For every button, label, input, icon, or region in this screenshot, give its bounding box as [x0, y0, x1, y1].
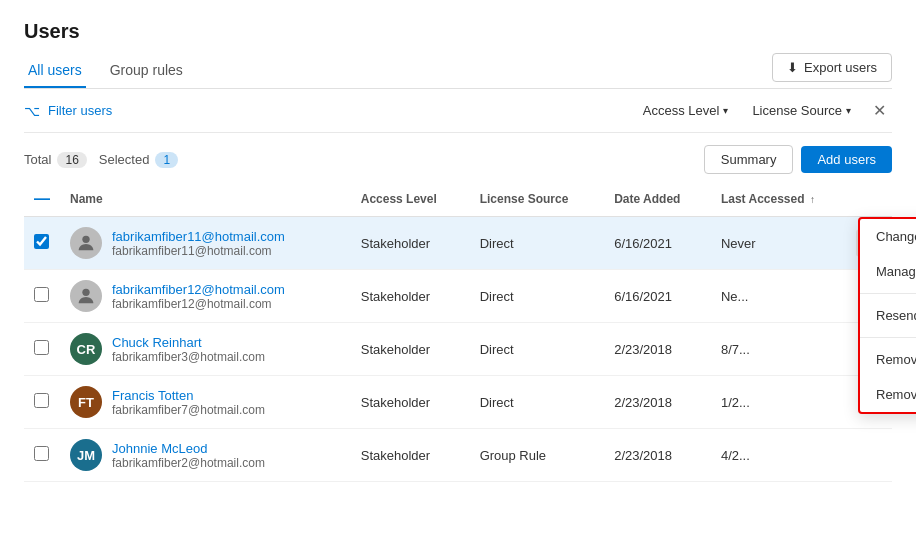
context-menu-item-manage-user[interactable]: Manage user [860, 254, 916, 289]
name-cell: FT Francis Totten fabrikamfiber7@hotmail… [70, 386, 341, 418]
row-checkbox[interactable] [24, 323, 60, 376]
user-email: fabrikamfiber11@hotmail.com [112, 244, 285, 258]
avatar [70, 227, 102, 259]
user-name-cell: fabrikamfiber11@hotmail.com fabrikamfibe… [60, 217, 351, 270]
date-added-cell: 2/23/2018 [604, 323, 711, 376]
svg-point-1 [82, 289, 89, 296]
user-display-name: Francis Totten [112, 388, 265, 403]
checkbox-input[interactable] [34, 393, 49, 408]
add-users-button[interactable]: Add users [801, 146, 892, 173]
minus-icon: — [34, 190, 50, 207]
license-source-cell: Direct [470, 376, 605, 429]
date-added-cell: 6/16/2021 [604, 217, 711, 270]
checkbox-input[interactable] [34, 340, 49, 355]
user-info: Francis Totten fabrikamfiber7@hotmail.co… [112, 388, 265, 417]
user-info: Johnnie McLeod fabrikamfiber2@hotmail.co… [112, 441, 265, 470]
export-users-button[interactable]: ⬇ Export users [772, 53, 892, 82]
last-accessed-cell: 1/2... [711, 376, 852, 429]
tab-all-users[interactable]: All users [24, 54, 86, 88]
context-menu: Change access levelManage userResend inv… [858, 217, 916, 414]
user-name-cell: FT Francis Totten fabrikamfiber7@hotmail… [60, 376, 351, 429]
access-level-dropdown[interactable]: Access Level ▾ [635, 99, 737, 122]
col-date-added: Date Added [604, 182, 711, 217]
context-menu-divider [860, 337, 916, 338]
access-level-cell: Stakeholder [351, 376, 470, 429]
col-last-accessed[interactable]: Last Accessed ↑ [711, 182, 852, 217]
user-name-cell: JM Johnnie McLeod fabrikamfiber2@hotmail… [60, 429, 351, 482]
license-source-dropdown[interactable]: License Source ▾ [744, 99, 859, 122]
user-info: fabrikamfiber12@hotmail.com fabrikamfibe… [112, 282, 285, 311]
toolbar-left: Total 16 Selected 1 [24, 152, 178, 168]
context-menu-item-remove-org[interactable]: Remove from organization [860, 377, 916, 412]
name-cell: fabrikamfiber12@hotmail.com fabrikamfibe… [70, 280, 341, 312]
last-accessed-cell: 8/7... [711, 323, 852, 376]
date-added-cell: 2/23/2018 [604, 429, 711, 482]
col-name: Name [60, 182, 351, 217]
filter-icon: ⌥ [24, 103, 40, 119]
users-table: — Name Access Level License Source Date … [24, 182, 892, 482]
row-checkbox[interactable] [24, 217, 60, 270]
date-added-cell: 6/16/2021 [604, 270, 711, 323]
toolbar-right: Summary Add users [704, 145, 892, 174]
row-actions-cell [852, 429, 892, 482]
access-level-cell: Stakeholder [351, 323, 470, 376]
table-row: fabrikamfiber11@hotmail.com fabrikamfibe… [24, 217, 892, 270]
chevron-down-icon: ▾ [723, 105, 728, 116]
last-accessed-cell: Never [711, 217, 852, 270]
user-display-name: Johnnie McLeod [112, 441, 265, 456]
sort-asc-icon: ↑ [810, 194, 815, 205]
table-row: JM Johnnie McLeod fabrikamfiber2@hotmail… [24, 429, 892, 482]
avatar [70, 280, 102, 312]
context-menu-item-remove-direct[interactable]: Remove direct assignments [860, 342, 916, 377]
tab-group-rules[interactable]: Group rules [106, 54, 187, 88]
row-checkbox[interactable] [24, 376, 60, 429]
tabs-bar: All users Group rules ⬇ Export users [24, 53, 892, 89]
filter-bar: ⌥ Filter users Access Level ▾ License So… [24, 89, 892, 133]
user-info: Chuck Reinhart fabrikamfiber3@hotmail.co… [112, 335, 265, 364]
table-row: fabrikamfiber12@hotmail.com fabrikamfibe… [24, 270, 892, 323]
name-cell: fabrikamfiber11@hotmail.com fabrikamfibe… [70, 227, 341, 259]
col-access-level: Access Level [351, 182, 470, 217]
checkbox-input[interactable] [34, 234, 49, 249]
user-email: fabrikamfiber7@hotmail.com [112, 403, 265, 417]
summary-button[interactable]: Summary [704, 145, 794, 174]
license-source-cell: Direct [470, 323, 605, 376]
toolbar: Total 16 Selected 1 Summary Add users [24, 133, 892, 182]
user-display-name: fabrikamfiber11@hotmail.com [112, 229, 285, 244]
user-email: fabrikamfiber3@hotmail.com [112, 350, 265, 364]
chevron-down-icon: ▾ [846, 105, 851, 116]
name-cell: JM Johnnie McLeod fabrikamfiber2@hotmail… [70, 439, 341, 471]
total-count: Total 16 [24, 152, 87, 168]
access-level-cell: Stakeholder [351, 429, 470, 482]
selected-count: Selected 1 [99, 152, 178, 168]
filter-close-button[interactable]: ✕ [867, 99, 892, 122]
avatar: FT [70, 386, 102, 418]
context-menu-divider [860, 293, 916, 294]
row-checkbox[interactable] [24, 429, 60, 482]
user-email: fabrikamfiber12@hotmail.com [112, 297, 285, 311]
context-menu-item-resend-invite[interactable]: Resend invite [860, 298, 916, 333]
checkbox-input[interactable] [34, 446, 49, 461]
user-name-cell: CR Chuck Reinhart fabrikamfiber3@hotmail… [60, 323, 351, 376]
context-menu-item-change-access[interactable]: Change access level [860, 219, 916, 254]
license-source-cell: Group Rule [470, 429, 605, 482]
user-email: fabrikamfiber2@hotmail.com [112, 456, 265, 470]
page-title: Users [24, 20, 892, 43]
checkbox-input[interactable] [34, 287, 49, 302]
access-level-cell: Stakeholder [351, 270, 470, 323]
row-checkbox[interactable] [24, 270, 60, 323]
svg-point-0 [82, 236, 89, 243]
user-display-name: Chuck Reinhart [112, 335, 265, 350]
table-header-row: — Name Access Level License Source Date … [24, 182, 892, 217]
tab-group: All users Group rules [24, 54, 207, 88]
row-actions-cell: ⋮ Change access levelManage userResend i… [852, 217, 892, 270]
select-all-header[interactable]: — [24, 182, 60, 217]
access-level-cell: Stakeholder [351, 217, 470, 270]
date-added-cell: 2/23/2018 [604, 376, 711, 429]
col-actions [852, 182, 892, 217]
license-source-cell: Direct [470, 217, 605, 270]
table-row: CR Chuck Reinhart fabrikamfiber3@hotmail… [24, 323, 892, 376]
filter-users-button[interactable]: Filter users [48, 103, 112, 118]
license-source-cell: Direct [470, 270, 605, 323]
last-accessed-cell: 4/2... [711, 429, 852, 482]
